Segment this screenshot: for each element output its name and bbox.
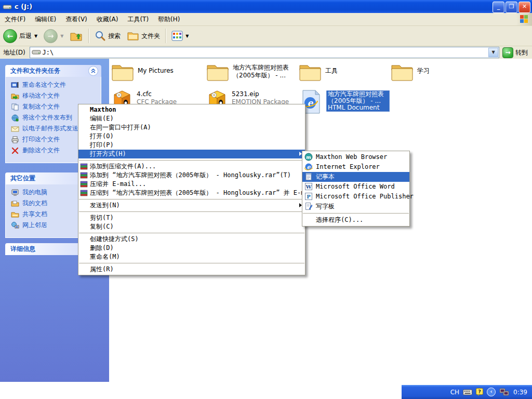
ctx-delete[interactable]: 删除(D) [78, 244, 305, 252]
folder-icon [111, 62, 134, 82]
views-button[interactable]: ▼ [168, 27, 192, 45]
folder-icon [299, 62, 322, 82]
address-input[interactable]: J:\ ▼ [30, 47, 499, 58]
file-tile-html-selected[interactable]: e 地方汽车牌照对照表 （2005年版） - ... HTML Document [299, 89, 390, 114]
ctx-open-with[interactable]: 打开方式(H) [78, 150, 305, 158]
submenu-label: Microsoft Office Word [316, 183, 395, 190]
ctx-maxthon[interactable]: Maxthon [78, 105, 305, 114]
folder-tile-tools[interactable]: 工具 [299, 62, 338, 82]
folders-button[interactable]: 文件夹 [124, 27, 163, 45]
network-tray-icon[interactable] [499, 388, 510, 396]
restore-button[interactable]: ❐ [506, 2, 517, 13]
folder-tile-my-pictures[interactable]: My Pictures [111, 62, 174, 82]
folder-name: 地方汽车牌照对照表 [233, 64, 289, 72]
svg-text:m: m [306, 155, 311, 160]
selected-file-name: 地方汽车牌照对照表 （2005年版） - ... HTML Document [326, 90, 390, 112]
folder-icon [206, 62, 229, 82]
openwith-choose-program[interactable]: 选择程序(C)... [302, 215, 409, 225]
menu-tools[interactable]: 工具(T) [123, 13, 153, 25]
ctx-print[interactable]: 打印(P) [78, 141, 305, 150]
go-button[interactable]: → 转到 [499, 47, 532, 58]
chevron-up-icon[interactable] [88, 66, 98, 76]
ctx-label: 添加到压缩文件(A)... [90, 163, 156, 170]
keyboard-icon[interactable] [463, 389, 472, 395]
search-icon [95, 30, 106, 42]
my-computer-icon [11, 189, 19, 197]
ctx-compress-email[interactable]: 压缩并 E-mail... [78, 180, 305, 189]
forward-icon: → [44, 29, 58, 43]
ctx-label: 压缩并 E-mail... [90, 180, 146, 188]
drive-icon [32, 49, 41, 56]
menu-separator [79, 211, 304, 212]
search-button[interactable]: 搜索 [91, 27, 124, 45]
openwith-word[interactable]: W Microsoft Office Word [302, 182, 409, 192]
task-rename-file[interactable]: 重命名这个文件 [11, 81, 98, 89]
ctx-send-to[interactable]: 发送到(N) [78, 201, 305, 210]
ctx-compress-named-email[interactable]: 压缩到 “地方汽车牌照对照表（2005年版） - Honglousky.rar”… [78, 189, 305, 197]
menu-edit[interactable]: 编辑(E) [30, 13, 61, 25]
file-tasks-header[interactable]: 文件和文件夹任务 [5, 65, 101, 77]
task-label: 移动这个文件 [22, 92, 60, 100]
ctx-copy[interactable]: 复制(C) [78, 222, 305, 231]
ctx-label: 属性(R) [90, 265, 114, 273]
openwith-notepad[interactable]: 记事本 [302, 172, 409, 182]
address-dropdown-icon[interactable]: ▼ [488, 48, 498, 57]
menu-view[interactable]: 查看(V) [61, 13, 92, 25]
delete-icon [11, 147, 19, 155]
close-button[interactable]: ✕ [518, 2, 530, 13]
address-value: J:\ [43, 49, 54, 56]
help-tray-icon[interactable]: ? [476, 388, 483, 396]
openwith-internet-explorer[interactable]: e Internet Explorer [302, 162, 409, 172]
openwith-publisher[interactable]: P Microsoft Office Publisher [302, 192, 409, 202]
file-tasks-title: 文件和文件夹任务 [10, 66, 60, 75]
up-button[interactable] [66, 27, 86, 45]
openwith-wordpad[interactable]: 写字板 [302, 202, 409, 211]
task-label: 将这个文件发布到 [22, 114, 72, 122]
task-move-file[interactable]: 移动这个文件 [11, 92, 98, 100]
ctx-edit[interactable]: 编辑(E) [78, 114, 305, 123]
language-indicator[interactable]: CH [450, 389, 459, 396]
folder-tile-duizhaobiao[interactable]: 地方汽车牌照对照表（2005年版） - ... [206, 62, 289, 82]
task-label: 删除这个文件 [22, 147, 60, 154]
back-icon: ← [3, 29, 17, 43]
folders-label: 文件夹 [141, 32, 160, 41]
menu-help[interactable]: 帮助(H) [153, 13, 184, 25]
address-label: 地址(D) [0, 48, 30, 57]
menu-favorites[interactable]: 收藏(A) [92, 13, 123, 25]
file-name: 4.cfc [137, 90, 177, 98]
back-button[interactable]: ← 后退 ▼ [0, 27, 41, 45]
ctx-rename[interactable]: 重命名(M) [78, 252, 305, 261]
ctx-create-shortcut[interactable]: 创建快捷方式(S) [78, 235, 305, 244]
back-dropdown-icon[interactable]: ▼ [34, 34, 37, 38]
folder-tile-study[interactable]: 学习 [391, 62, 430, 82]
submenu-label: Microsoft Office Publisher [316, 193, 414, 200]
openwith-maxthon[interactable]: m Maxthon Web Browser [302, 152, 409, 162]
other-places-title: 其它位置 [10, 174, 35, 183]
minimize-button[interactable]: _ [493, 2, 504, 13]
print-icon [11, 136, 19, 144]
ctx-open-same-window[interactable]: 在同一窗口中打开(A) [78, 123, 305, 132]
ctx-cut[interactable]: 剪切(T) [78, 214, 305, 222]
views-dropdown-icon[interactable]: ▼ [185, 34, 189, 38]
go-arrow-icon: → [502, 47, 513, 58]
word-icon: W [304, 182, 313, 191]
menu-separator [303, 213, 409, 214]
email-icon [11, 125, 19, 133]
details-title: 详细信息 [10, 245, 35, 254]
maxthon-icon: m [304, 153, 313, 161]
ctx-properties[interactable]: 属性(R) [78, 265, 305, 274]
ctx-open[interactable]: 打开(O) [78, 132, 305, 141]
ctx-add-to-archive[interactable]: 添加到压缩文件(A)... [78, 162, 305, 171]
ctx-add-to-named-archive[interactable]: 添加到 “地方汽车牌照对照表（2005年版） - Honglousky.rar”… [78, 171, 305, 180]
file-type: HTML Document [328, 104, 388, 111]
clock[interactable]: 0:39 [513, 389, 527, 396]
publish-icon [11, 114, 19, 122]
tray-collapse-chevron-icon[interactable]: ‹ [487, 388, 496, 396]
my-documents-icon [11, 200, 19, 208]
address-bar: 地址(D) J:\ ▼ → 转到 [0, 46, 532, 59]
title-bar: c (J:) _ ❐ ✕ [0, 0, 532, 13]
forward-button[interactable]: → ▼ [41, 27, 66, 45]
ctx-label: 剪切(T) [90, 214, 114, 221]
ctx-label: 打印(P) [90, 141, 114, 149]
menu-file[interactable]: 文件(F) [0, 13, 30, 25]
